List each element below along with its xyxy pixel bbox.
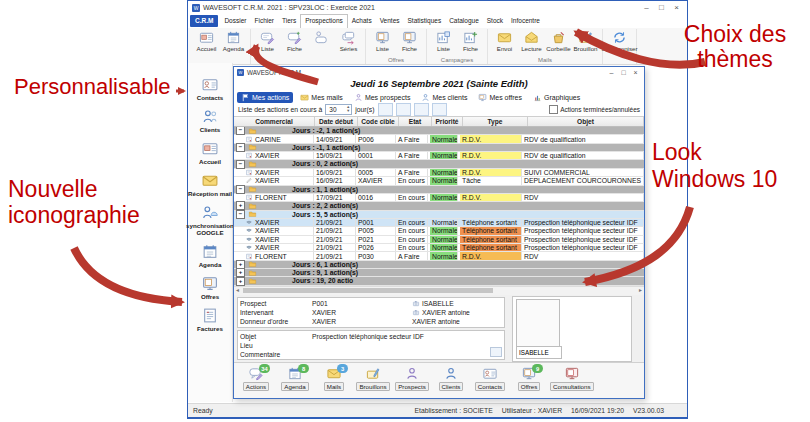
toolbar-button-synchroniser[interactable]: Synchroniser [606,29,633,56]
toolbar-button-s-ries[interactable]: Séries [335,29,362,56]
bottom-button-offres[interactable]: Offres9 [511,366,547,391]
menu-item-achats[interactable]: Achats [348,14,376,28]
sidebar-item-accueil[interactable]: Accueil [188,140,232,165]
menu-item-dossier[interactable]: Dossier [220,14,250,28]
table-row[interactable]: XAVIER21/09/21P005En coursNormaleTélépho… [234,227,644,235]
sidebar-item-clients[interactable]: Clients [188,108,232,133]
tab-graphiques[interactable]: Graphiques [529,92,584,103]
toolbar-button-liste[interactable]: Liste [430,29,457,56]
table-group-row[interactable]: −Jours : 5, 5 action(s) [234,211,644,219]
table-row[interactable]: XAVIER21/09/21P026En coursNormaleTélépho… [234,244,644,252]
bottom-button-agenda[interactable]: Agenda8 [277,366,313,391]
toolbar-button-envoi[interactable]: Envoi [491,29,518,56]
table-row[interactable]: FLORENT17/09/210016En coursNormaleR.D.V.… [234,194,644,202]
menu-item-ventes[interactable]: Ventes [376,14,404,28]
expand-toggle-icon[interactable]: − [236,127,245,135]
pin-icon[interactable] [650,15,659,24]
table-group-row[interactable]: +Jours : 2, 2 action(s) [234,202,644,210]
child-maximize-button[interactable]: □ [618,69,629,76]
sidebar-item-synchronisation-google[interactable]: synchronisation GOOGLE [188,204,232,236]
sidebar-item-offres[interactable]: Offres [188,275,232,300]
toolbar-button-liste[interactable]: Liste [254,29,281,56]
toolbar-button-accueil[interactable]: Accueil [193,29,220,56]
days-spinner[interactable]: 30 ▲▼ [325,104,352,115]
tab-mes-clients[interactable]: Mes clients [417,92,471,103]
table-row[interactable]: XAVIER21/09/21P001En coursNormaleTélépho… [234,219,644,227]
table-group-row[interactable]: +Jours : 6, 1 action(s) [234,261,644,269]
folder-button[interactable] [414,103,429,116]
bottom-button-clients[interactable]: Clients [433,366,469,391]
table-group-row[interactable]: −Jours : -2, 1 action(s) [234,127,644,135]
expand-toggle-icon[interactable]: − [236,160,245,169]
table-group-row[interactable]: −Jours : 1, 1 action(s) [234,186,644,194]
bottom-button-brouillons[interactable]: Brouillons [355,366,391,391]
scrollbar-thumb[interactable] [243,288,493,293]
minimize-button[interactable]: – [640,2,653,13]
tab-mes-prospects[interactable]: Mes prospects [350,92,415,103]
table-group-row[interactable]: +Jours : 19, 20 actio [234,277,644,285]
bottom-button-consultations[interactable]: Consultations [550,366,594,391]
calendar-edit-button[interactable] [432,103,447,116]
table-row[interactable]: FLORENT21/09/21P030A FaireNormaleR.D.V.R… [234,252,644,260]
bottom-button-mails[interactable]: Mails3 [316,366,352,391]
comment-attach-button[interactable] [490,347,502,357]
scroll-right-icon[interactable]: ► [637,287,644,294]
toolbar-button-fiche[interactable]: Fiche [457,29,484,56]
expand-toggle-icon[interactable]: + [236,277,245,286]
column-header-etat[interactable]: Etat [399,117,432,126]
table-group-row[interactable]: −Jours : -1, 1 action(s) [234,144,644,152]
toolbar-button-tag-person[interactable] [308,29,335,56]
table-row[interactable]: XAVIER16/09/210005A FaireNormaleR.D.V.SU… [234,169,644,177]
child-minimize-button[interactable]: – [606,69,617,76]
done-actions-checkbox[interactable]: Actions terminées/annulées [549,105,640,114]
table-group-row[interactable]: +Jours : 9, 1 action(s) [234,269,644,277]
bottom-button-prospects[interactable]: Prospects [394,366,430,391]
sidebar-item-agenda[interactable]: Agenda [188,243,232,268]
horizontal-scrollbar[interactable]: ◄ ► [234,286,644,295]
table-row[interactable]: XAVIER21/09/21P021En coursNormaleTélépho… [234,236,644,244]
table-row[interactable]: CARINE14/09/21P006A FaireNormaleR.D.V.RD… [234,135,644,143]
checkbox-icon[interactable] [549,105,558,114]
column-header-commercial[interactable]: Commercial [234,117,315,126]
menu-item-stock[interactable]: Stock [483,14,507,28]
sidebar-item-factures[interactable]: Factures [188,307,232,332]
menu-item-prospections[interactable]: Prospections [300,14,348,28]
table-group-row[interactable]: −Jours : 0, 2 action(s) [234,160,644,168]
tab-mes-offres[interactable]: Mes offres [474,92,526,103]
column-header-type[interactable]: Type [463,117,528,126]
tab-mes-actions[interactable]: Mes actions [237,92,293,103]
open-folder-button[interactable] [396,103,411,116]
spinner-arrows-icon[interactable]: ▲▼ [346,105,350,113]
scroll-left-icon[interactable]: ◄ [234,287,241,294]
menu-item-catalogue[interactable]: Catalogue [445,14,483,28]
column-header-date-debut[interactable]: Date début [315,117,358,126]
expand-toggle-icon[interactable]: − [236,210,245,219]
close-button[interactable]: × [670,2,683,13]
menu-item-c-r-m[interactable]: C.R.M [190,15,218,27]
table-row[interactable]: XAVIER16/09/21XAVIEREn coursNormaleTâche… [234,177,644,185]
toolbar-button-lecture[interactable]: Lecture [518,29,545,56]
toolbar-button-brouillon[interactable]: Brouillon [572,29,599,56]
table-row[interactable]: XAVIER15/09/210001A FaireNormaleR.D.V.RD… [234,152,644,160]
expand-toggle-icon[interactable]: − [236,185,245,194]
column-header-code-cible[interactable]: Code cible [358,117,399,126]
sidebar-item-contacts[interactable]: Contacts [188,76,232,101]
sidebar-item-r-ception-mail[interactable]: Réception mail [188,172,232,197]
toolbar-button-corbeille[interactable]: Corbeille [545,29,572,56]
menu-item-infocentre[interactable]: Infocentre [507,14,544,28]
column-header-objet[interactable]: Objet [528,117,644,126]
maximize-button[interactable]: □ [655,2,668,13]
menu-item-fichier[interactable]: Fichier [250,14,278,28]
bottom-button-contacts[interactable]: Contacts [472,366,508,391]
refresh-button[interactable] [378,103,393,116]
column-header-priorite[interactable]: Priorité [432,117,463,126]
toolbar-button-liste[interactable]: Liste [369,29,396,56]
toolbar-button-fiche[interactable]: Fiche [396,29,423,56]
expand-toggle-icon[interactable]: − [236,143,245,152]
bottom-button-actions[interactable]: Actions34 [238,366,274,391]
toolbar-button-agenda[interactable]: Agenda [220,29,247,56]
tab-mes-mails[interactable]: Mes mails [296,92,347,103]
toolbar-button-fiche[interactable]: Fiche [281,29,308,56]
menu-item-statistiques[interactable]: Statistiques [404,14,446,28]
menu-item-tiers[interactable]: Tiers [278,14,300,28]
